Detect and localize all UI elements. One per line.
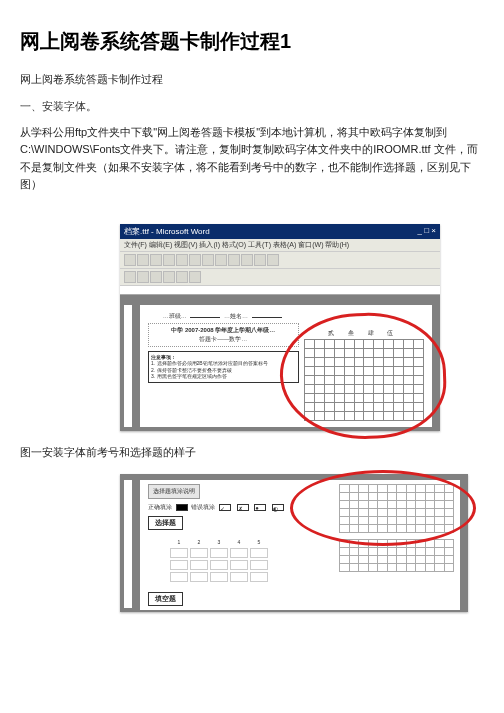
wrong-mark-icon: ✓ [219,504,231,511]
toolbar-icon [202,254,214,266]
toolbar-icon [150,254,162,266]
header-name: …姓名… [224,313,248,319]
toolbar-icon [176,254,188,266]
word-ruler [120,286,440,295]
right-grid-area [339,484,454,572]
exam-title: 中学 2007-2008 学年度上学期八年级… [151,326,296,335]
toolbar-icon [124,271,136,283]
paragraph-1: 从学科公用ftp文件夹中下载"网上阅卷答题卡模板"到本地计算机，将其中欧码字体复… [20,124,484,194]
toolbar-icon [176,271,188,283]
grid-header: 贰 叁 肆 伍 [304,329,424,339]
toolbar-icon [254,254,266,266]
id-grid-2 [339,484,454,533]
blank-field [190,311,220,318]
q-num: 3 [210,538,228,546]
filled-mark-icon [176,504,188,511]
page-left-column: …班级… …姓名… 中学 2007-2008 学年度上学期八年级… 答题卡——数… [148,311,299,421]
wrong-mark-icon: ◐ [272,504,284,511]
toolbar-icon [228,254,240,266]
wrong-mark-icon: ✗ [237,504,249,511]
choice-grid-2 [339,539,454,572]
vertical-ruler [124,480,132,608]
figure-2: 选择题填涂说明 正确填涂 错误填涂 ✓ ✗ ● ◐ 选择题 1 2 3 [120,474,484,612]
word-toolbar-1 [120,252,440,269]
bubble-table [304,339,424,421]
toolbar-icon [163,254,175,266]
toolbar-icon [137,254,149,266]
notice-line: 3. 用黑色签字笔在规定区域内作答 [151,373,296,380]
blank-field [252,311,282,318]
word-title-text: 档案.ttf - Microsoft Word [124,226,210,237]
word-titlebar: 档案.ttf - Microsoft Word _ □ × [120,224,440,239]
word-page-2: 选择题填涂说明 正确填涂 错误填涂 ✓ ✗ ● ◐ 选择题 1 2 3 [140,480,460,610]
toolbar-icon [137,271,149,283]
page-title: 网上阅卷系统答题卡制作过程1 [20,28,484,55]
subtitle-text: 网上阅卷系统答题卡制作过程 [20,71,484,89]
student-id-grid: 贰 叁 肆 伍 [304,329,424,421]
figure-1: 档案.ttf - Microsoft Word _ □ × 文件(F) 编辑(E… [120,224,484,431]
answer-card-label: 答题卡——数学… [151,335,296,344]
toolbar-icon [241,254,253,266]
correct-label: 正确填涂 [148,504,172,510]
word-page: …班级… …姓名… 中学 2007-2008 学年度上学期八年级… 答题卡——数… [140,305,432,427]
header-class: …班级… [163,313,187,319]
toolbar-icon [215,254,227,266]
fill-section-label: 填空题 [148,592,183,606]
fill-instruction-title: 选择题填涂说明 [148,484,200,499]
toolbar-icon [163,271,175,283]
word-page-area-2: 选择题填涂说明 正确填涂 错误填涂 ✓ ✗ ● ◐ 选择题 1 2 3 [120,474,468,612]
page-right-column: 贰 叁 肆 伍 [299,311,424,421]
window-controls: _ □ × [418,226,436,237]
word-toolbar-2 [120,269,440,286]
q-num: 1 [170,538,188,546]
toolbar-icon [124,254,136,266]
toolbar-icon [267,254,279,266]
q-num: 2 [190,538,208,546]
q-num: 4 [230,538,248,546]
exam-title-box: 中学 2007-2008 学年度上学期八年级… 答题卡——数学… [148,323,299,347]
select-section-label: 选择题 [148,516,183,530]
toolbar-icon [150,271,162,283]
toolbar-icon [189,254,201,266]
figure-1-caption: 图一安装字体前考号和选择题的样子 [20,445,484,460]
section-1-label: 一、安装字体。 [20,99,484,114]
vertical-ruler [124,305,132,427]
notice-box: 注意事项： 1. 选择题作答必须用2B铅笔填涂对应题目的答案标号 2. 保持答题… [148,351,299,383]
toolbar-icon [189,271,201,283]
wrong-label: 错误填涂 [191,504,215,510]
wrong-mark-icon: ● [254,504,266,511]
choice-grid: 1 2 3 4 5 [168,536,270,584]
word-window: 档案.ttf - Microsoft Word _ □ × 文件(F) 编辑(E… [120,224,440,431]
word-page-area: …班级… …姓名… 中学 2007-2008 学年度上学期八年级… 答题卡——数… [120,295,440,431]
word-menubar: 文件(F) 编辑(E) 视图(V) 插入(I) 格式(O) 工具(T) 表格(A… [120,239,440,252]
q-num: 5 [250,538,268,546]
